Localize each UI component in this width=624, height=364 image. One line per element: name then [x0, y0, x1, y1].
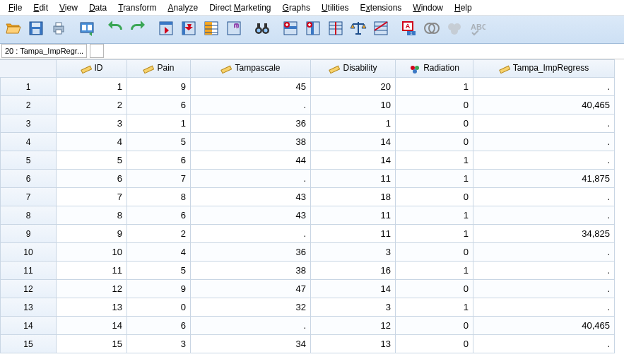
cell-reference[interactable]: 20 : Tampa_ImpRegr...	[1, 44, 87, 58]
cell[interactable]: 0	[396, 133, 473, 151]
cell[interactable]: 13	[57, 298, 127, 317]
redo-button[interactable]	[127, 19, 148, 40]
cell[interactable]: .	[473, 206, 615, 225]
cell[interactable]: .	[473, 243, 615, 262]
cell[interactable]: 1	[396, 225, 473, 243]
cell[interactable]: .	[473, 151, 615, 170]
variables-button[interactable]	[201, 19, 222, 40]
cell[interactable]: 14	[57, 317, 127, 335]
cell[interactable]: 9	[127, 280, 191, 298]
menu-direct-marketing[interactable]: Direct Marketing	[204, 1, 276, 14]
row-header[interactable]: 6	[0, 170, 57, 188]
spellcheck-button[interactable]: ABC	[466, 19, 488, 40]
cell[interactable]: .	[473, 115, 615, 133]
cell[interactable]: 1	[396, 262, 473, 280]
cell[interactable]: 38	[191, 133, 311, 151]
row-header[interactable]: 14	[0, 317, 57, 335]
cell[interactable]: 9	[127, 78, 191, 96]
cell[interactable]: 1	[396, 78, 473, 96]
row-header[interactable]: 7	[0, 188, 57, 206]
cell[interactable]: 40,465	[473, 96, 615, 115]
cell[interactable]: 5	[127, 262, 191, 280]
menu-window[interactable]: Window	[407, 1, 449, 14]
cell[interactable]: 11	[311, 225, 396, 243]
show-all-variables-button[interactable]	[444, 19, 465, 40]
cell[interactable]: 10	[311, 96, 396, 115]
row-header[interactable]: 13	[0, 298, 57, 317]
cell[interactable]: 0	[396, 188, 473, 206]
cell[interactable]: 0	[396, 115, 473, 133]
cell[interactable]: 1	[57, 78, 127, 96]
find-button[interactable]	[252, 19, 273, 40]
cell[interactable]: .	[473, 133, 615, 151]
cell[interactable]: 7	[127, 170, 191, 188]
row-header[interactable]: 4	[0, 133, 57, 151]
menu-data[interactable]: Data	[83, 1, 112, 14]
recall-dialog-button[interactable]	[76, 19, 98, 40]
corner-cell[interactable]	[0, 59, 57, 78]
cell[interactable]: .	[191, 96, 311, 115]
cell[interactable]: 0	[396, 335, 473, 353]
cell[interactable]: .	[191, 170, 311, 188]
cell[interactable]: 14	[311, 151, 396, 170]
cell-value-input[interactable]	[90, 44, 104, 58]
cell[interactable]: 6	[127, 151, 191, 170]
cell[interactable]: 14	[311, 280, 396, 298]
weight-cases-button[interactable]	[348, 19, 369, 40]
colhead-id[interactable]: ID	[57, 59, 127, 78]
row-header[interactable]: 9	[0, 225, 57, 243]
cell[interactable]: 0	[396, 317, 473, 335]
row-header[interactable]: 2	[0, 96, 57, 115]
cell[interactable]: 3	[127, 335, 191, 353]
cell[interactable]: 0	[396, 243, 473, 262]
menu-view[interactable]: View	[54, 1, 83, 14]
row-header[interactable]: 10	[0, 243, 57, 262]
cell[interactable]: .	[473, 188, 615, 206]
cell[interactable]: .	[191, 225, 311, 243]
row-header[interactable]: 5	[0, 151, 57, 170]
cell[interactable]: 4	[127, 243, 191, 262]
cell[interactable]: 1	[396, 170, 473, 188]
cell[interactable]: 38	[191, 262, 311, 280]
select-cases-button[interactable]	[370, 19, 392, 40]
cell[interactable]: 34,825	[473, 225, 615, 243]
split-file-button[interactable]	[325, 19, 346, 40]
cell[interactable]: 36	[191, 243, 311, 262]
value-labels-button[interactable]: A1	[399, 19, 420, 40]
cell[interactable]: 14	[311, 133, 396, 151]
goto-case-button[interactable]	[155, 19, 177, 40]
cell[interactable]: 41,875	[473, 170, 615, 188]
undo-button[interactable]	[105, 19, 126, 40]
menu-utilities[interactable]: Utilities	[316, 1, 355, 14]
cell[interactable]: 6	[127, 206, 191, 225]
cell[interactable]: 0	[396, 280, 473, 298]
cell[interactable]: 6	[57, 170, 127, 188]
cell[interactable]: 32	[191, 298, 311, 317]
menu-transform[interactable]: Transform	[112, 1, 162, 14]
colhead-pain[interactable]: Pain	[127, 59, 191, 78]
cell[interactable]: 3	[311, 298, 396, 317]
cell[interactable]: 0	[127, 298, 191, 317]
cell[interactable]: 1	[127, 115, 191, 133]
cell[interactable]: 1	[396, 298, 473, 317]
save-button[interactable]	[25, 19, 47, 40]
cell[interactable]: 34	[191, 335, 311, 353]
menu-edit[interactable]: Edit	[28, 1, 54, 14]
cell[interactable]: 16	[311, 262, 396, 280]
cell[interactable]: 45	[191, 78, 311, 96]
cell[interactable]: 8	[57, 206, 127, 225]
data-grid[interactable]: ID Pain Tampascale Disability Radiation …	[0, 59, 624, 364]
cell[interactable]: 36	[191, 115, 311, 133]
insert-cases-button[interactable]	[280, 19, 301, 40]
insert-variable-button[interactable]	[302, 19, 324, 40]
cell[interactable]: 43	[191, 206, 311, 225]
print-button[interactable]	[48, 19, 69, 40]
cell[interactable]: 7	[57, 188, 127, 206]
cell[interactable]: 12	[311, 317, 396, 335]
row-header[interactable]: 8	[0, 206, 57, 225]
cell[interactable]: 0	[396, 96, 473, 115]
cell[interactable]: 13	[311, 335, 396, 353]
cell[interactable]: 6	[127, 96, 191, 115]
cell[interactable]: .	[473, 335, 615, 353]
cell[interactable]: 15	[57, 335, 127, 353]
